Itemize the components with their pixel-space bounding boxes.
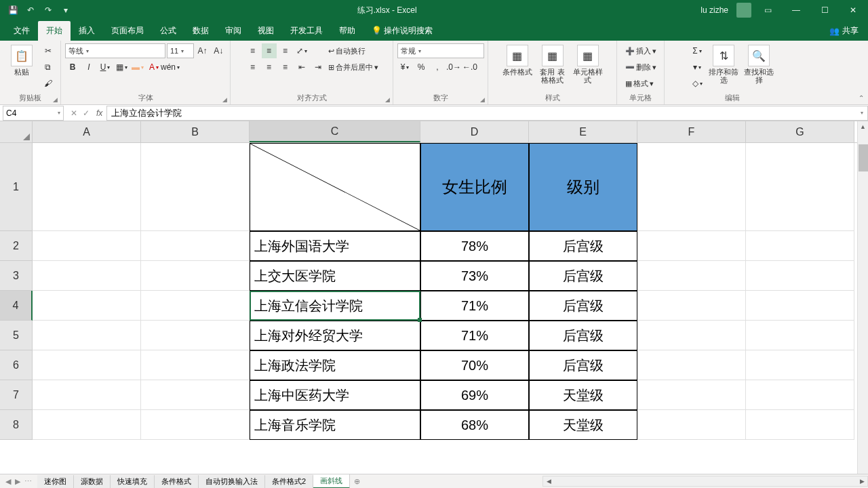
increase-indent-icon[interactable]: ⇥ (311, 60, 326, 75)
share-button[interactable]: 👥 共享 (820, 21, 868, 41)
increase-font-icon[interactable]: A↑ (195, 43, 210, 58)
cell-B8[interactable] (141, 410, 250, 440)
sheet-tab-0[interactable]: 迷你图 (37, 475, 74, 488)
scroll-up-icon[interactable]: ▲ (858, 121, 868, 132)
customize-qat-icon[interactable]: ▾ (58, 3, 73, 18)
font-color-icon[interactable]: A (146, 60, 161, 75)
cell-F6[interactable] (637, 350, 746, 380)
col-header-F[interactable]: F (637, 121, 746, 142)
increase-decimal-icon[interactable]: .0→ (446, 60, 461, 75)
cell-G5[interactable] (746, 321, 854, 350)
tab-scroll-left-icon[interactable]: ◀ (5, 477, 11, 486)
delete-cells-button[interactable]: ➖ 删除 ▾ (625, 60, 656, 75)
cell-F1[interactable] (637, 143, 746, 231)
cell-B5[interactable] (141, 321, 250, 350)
font-name-combo[interactable]: 等线▾ (65, 43, 165, 58)
underline-icon[interactable]: U (98, 60, 113, 75)
tab-scroll-right-icon[interactable]: ▶ (15, 477, 20, 486)
cell-F2[interactable] (637, 231, 746, 261)
redo-icon[interactable]: ↷ (41, 3, 56, 18)
cell-A5[interactable] (33, 321, 141, 350)
paste-button[interactable]: 📋 粘贴 (5, 43, 38, 77)
wrap-text-button[interactable]: ↩ 自动换行 (328, 43, 378, 58)
align-bottom-icon[interactable]: ≡ (278, 43, 293, 58)
row-header-7[interactable]: 7 (0, 380, 33, 410)
format-painter-icon[interactable]: 🖌 (41, 76, 56, 91)
cell-A1[interactable] (33, 143, 141, 231)
cell-F8[interactable] (637, 410, 746, 440)
cell-D7[interactable]: 69% (420, 380, 529, 410)
undo-icon[interactable]: ↶ (23, 3, 38, 18)
sort-filter-button[interactable]: ⇅排序和筛选 (707, 43, 740, 85)
cell-F5[interactable] (637, 321, 746, 350)
hscroll-right-icon[interactable]: ▶ (856, 478, 867, 485)
minimize-icon[interactable]: — (784, 0, 808, 20)
merge-center-button[interactable]: ⊞ 合并后居中 ▾ (328, 60, 378, 75)
cell-B7[interactable] (141, 380, 250, 410)
cell-C7[interactable]: 上海中医药大学 (250, 380, 420, 410)
font-launcher-icon[interactable]: ◢ (222, 96, 227, 103)
cell-E5[interactable]: 后宫级 (529, 321, 637, 350)
cell-D8[interactable]: 68% (420, 410, 529, 440)
cell-F3[interactable] (637, 261, 746, 291)
close-icon[interactable]: ✕ (841, 0, 865, 20)
sheet-tab-6[interactable]: 画斜线 (313, 474, 350, 489)
sheet-tab-5[interactable]: 条件格式2 (265, 475, 313, 488)
cell-D2[interactable]: 78% (420, 231, 529, 261)
align-launcher-icon[interactable]: ◢ (385, 96, 390, 103)
tab-insert[interactable]: 插入 (71, 21, 103, 41)
row-header-5[interactable]: 5 (0, 321, 33, 350)
tab-help[interactable]: 帮助 (331, 21, 363, 41)
sheet-tab-2[interactable]: 快速填充 (111, 475, 155, 488)
cell-A3[interactable] (33, 261, 141, 291)
name-box[interactable]: C4▾ (3, 106, 64, 121)
autosum-icon[interactable]: Σ (690, 43, 705, 58)
cell-E3[interactable]: 后宫级 (529, 261, 637, 291)
cancel-formula-icon[interactable]: ✕ (71, 108, 77, 118)
cell-A8[interactable] (33, 410, 141, 440)
col-header-A[interactable]: A (33, 121, 141, 142)
formula-bar[interactable]: 上海立信会计学院▾ (106, 106, 868, 121)
tab-file[interactable]: 文件 (5, 21, 38, 41)
accounting-format-icon[interactable]: ¥ (397, 60, 412, 75)
cell-A7[interactable] (33, 380, 141, 410)
tab-data[interactable]: 数据 (184, 21, 217, 41)
save-icon[interactable]: 💾 (5, 3, 20, 18)
align-left-icon[interactable]: ≡ (245, 60, 260, 75)
col-header-G[interactable]: G (746, 121, 854, 142)
decrease-indent-icon[interactable]: ⇤ (294, 60, 309, 75)
conditional-formatting-button[interactable]: ▦条件格式 (501, 43, 534, 77)
cell-C1[interactable] (250, 143, 420, 231)
number-format-combo[interactable]: 常规▾ (397, 43, 484, 58)
cell-C6[interactable]: 上海政法学院 (250, 350, 420, 380)
decrease-decimal-icon[interactable]: ←.0 (462, 60, 477, 75)
cell-E7[interactable]: 天堂级 (529, 380, 637, 410)
cell-D1[interactable]: 女生比例 (420, 143, 529, 231)
cell-E6[interactable]: 后宫级 (529, 350, 637, 380)
cell-E2[interactable]: 后宫级 (529, 231, 637, 261)
tab-home[interactable]: 开始 (38, 21, 71, 41)
find-select-button[interactable]: 🔍查找和选择 (743, 43, 775, 85)
copy-icon[interactable]: ⧉ (41, 60, 56, 75)
cell-G3[interactable] (746, 261, 854, 291)
cell-B2[interactable] (141, 231, 250, 261)
align-middle-icon[interactable]: ≡ (262, 43, 277, 58)
cut-icon[interactable]: ✂ (41, 43, 56, 58)
cell-C4[interactable]: 上海立信会计学院 (250, 291, 420, 321)
italic-icon[interactable]: I (81, 60, 96, 75)
cell-F4[interactable] (637, 291, 746, 321)
cell-C2[interactable]: 上海外国语大学 (250, 231, 420, 261)
cell-E1[interactable]: 级别 (529, 143, 637, 231)
bold-icon[interactable]: B (65, 60, 80, 75)
cell-B1[interactable] (141, 143, 250, 231)
cell-C3[interactable]: 上交大医学院 (250, 261, 420, 291)
cell-E4[interactable]: 后宫级 (529, 291, 637, 321)
clipboard-launcher-icon[interactable]: ◢ (53, 96, 58, 103)
col-header-D[interactable]: D (420, 121, 529, 142)
phonetic-icon[interactable]: wén (163, 60, 178, 75)
fill-icon[interactable]: ▾ (690, 60, 705, 75)
horizontal-scrollbar[interactable]: ◀ ▶ (542, 476, 868, 487)
cell-styles-button[interactable]: ▦单元格样式 (572, 43, 604, 85)
decrease-font-icon[interactable]: A↓ (211, 43, 226, 58)
cell-A2[interactable] (33, 231, 141, 261)
